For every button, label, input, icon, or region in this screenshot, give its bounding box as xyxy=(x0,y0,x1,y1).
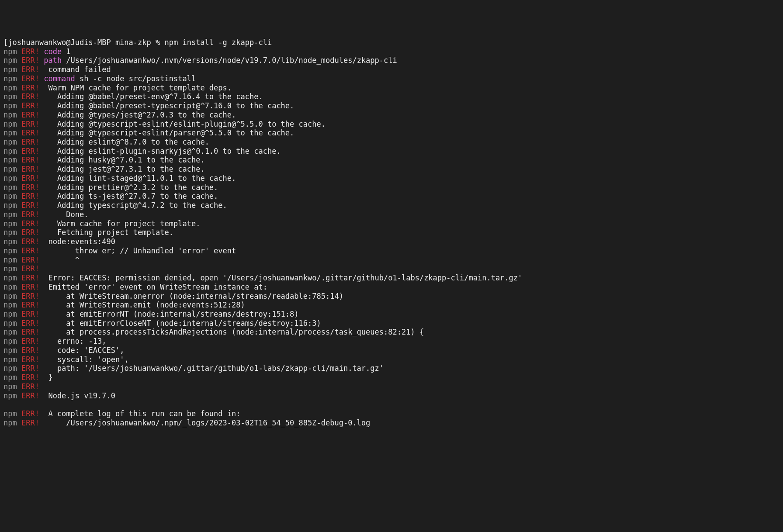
error-text: at emitErrorNT (node:internal/streams/de… xyxy=(44,310,298,318)
output-line: npm ERR! at WriteStream.onerror (node:in… xyxy=(3,292,780,301)
error-value: /Users/joshuanwankwo/.nvm/versions/node/… xyxy=(62,56,397,65)
err-label: ERR! xyxy=(21,256,39,264)
error-key: path xyxy=(44,56,62,65)
output-line: npm ERR! Done. xyxy=(3,210,780,219)
error-text: Adding @typescript-eslint/parser@^5.5.0 … xyxy=(44,128,294,137)
output-line: npm ERR! at WriteStream.emit (node:event… xyxy=(3,301,780,310)
output-line: npm ERR! xyxy=(3,382,780,391)
output-line: npm ERR! command failed xyxy=(3,65,780,74)
error-text: command failed xyxy=(44,65,111,74)
output-line: npm ERR! Adding ts-jest@^27.0.7 to the c… xyxy=(3,192,780,201)
error-text: Adding eslint-plugin-snarkyjs@^0.1.0 to … xyxy=(44,147,281,155)
err-label: ERR! xyxy=(21,74,39,83)
err-label: ERR! xyxy=(21,65,39,74)
npm-label: npm xyxy=(3,264,17,273)
err-label: ERR! xyxy=(21,101,39,110)
output-line: npm ERR! Adding @types/jest@^27.0.3 to t… xyxy=(3,111,780,120)
error-key: command xyxy=(44,74,75,83)
err-label: ERR! xyxy=(21,56,39,65)
err-label: ERR! xyxy=(21,210,39,219)
error-text: Adding @babel/preset-typescript@^7.16.0 … xyxy=(44,101,294,110)
error-text: A complete log of this run can be found … xyxy=(44,409,240,418)
error-text: Adding prettier@^2.3.2 to the cache. xyxy=(44,183,218,192)
err-label: ERR! xyxy=(21,83,39,92)
npm-label: npm xyxy=(3,201,17,210)
err-label: ERR! xyxy=(21,47,39,56)
err-label: ERR! xyxy=(21,147,39,155)
output-line: npm ERR! Adding lint-staged@^11.0.1 to t… xyxy=(3,174,780,183)
error-value: 1 xyxy=(62,47,70,56)
err-label: ERR! xyxy=(21,382,39,391)
output-line: npm ERR! /Users/joshuanwankwo/.npm/_logs… xyxy=(3,418,780,428)
output-line: npm ERR! Warm cache for project template… xyxy=(3,219,780,228)
npm-label: npm xyxy=(3,382,17,391)
err-label: ERR! xyxy=(21,192,39,200)
err-label: ERR! xyxy=(21,319,39,328)
output-line: npm ERR! Adding prettier@^2.3.2 to the c… xyxy=(3,183,780,192)
err-label: ERR! xyxy=(21,219,39,228)
error-key: code xyxy=(44,47,62,56)
npm-label: npm xyxy=(3,409,17,418)
output-line: npm ERR! syscall: 'open', xyxy=(3,355,780,364)
err-label: ERR! xyxy=(21,120,39,128)
error-text: syscall: 'open', xyxy=(44,355,128,364)
output-line: npm ERR! Adding @typescript-eslint/eslin… xyxy=(3,120,780,129)
error-text: Emitted 'error' event on WriteStream ins… xyxy=(44,283,267,291)
output-line: npm ERR! Adding eslint-plugin-snarkyjs@^… xyxy=(3,147,780,156)
output-line: npm ERR! Warm NPM cache for project temp… xyxy=(3,83,780,93)
npm-label: npm xyxy=(3,128,17,137)
terminal-output[interactable]: [joshuanwankwo@Judis-MBP mina-zkp % npm … xyxy=(3,38,780,428)
output-line: npm ERR! A complete log of this run can … xyxy=(3,409,780,418)
error-text: throw er; // Unhandled 'error' event xyxy=(44,246,236,255)
err-label: ERR! xyxy=(21,283,39,291)
output-line: npm ERR! Adding @babel/preset-env@^7.16.… xyxy=(3,92,780,101)
error-text: Adding eslint@^8.7.0 to the cache. xyxy=(44,138,209,146)
err-label: ERR! xyxy=(21,373,39,382)
prompt-bracket: [ xyxy=(3,38,8,47)
output-line: npm ERR! at process.processTicksAndRejec… xyxy=(3,328,780,337)
output-line: npm ERR! xyxy=(3,264,780,273)
err-label: ERR! xyxy=(21,183,39,192)
err-label: ERR! xyxy=(21,155,39,164)
output-line: npm ERR! Adding @babel/preset-typescript… xyxy=(3,101,780,111)
err-label: ERR! xyxy=(21,328,39,336)
npm-label: npm xyxy=(3,74,17,83)
err-label: ERR! xyxy=(21,246,39,255)
error-text: Fetching project template. xyxy=(44,228,173,237)
npm-label: npm xyxy=(3,391,17,400)
error-text: Adding lint-staged@^11.0.1 to the cache. xyxy=(44,174,236,183)
output-line: npm ERR! path /Users/joshuanwankwo/.nvm/… xyxy=(3,56,780,65)
error-text: Error: EACCES: permission denied, open '… xyxy=(44,273,522,282)
err-label: ERR! xyxy=(21,418,39,427)
error-text: Warm cache for project template. xyxy=(44,219,200,228)
npm-label: npm xyxy=(3,192,17,200)
npm-label: npm xyxy=(3,310,17,318)
err-label: ERR! xyxy=(21,301,39,309)
output-line: npm ERR! Adding jest@^27.3.1 to the cach… xyxy=(3,165,780,174)
npm-label: npm xyxy=(3,101,17,110)
npm-label: npm xyxy=(3,120,17,128)
error-value: sh -c node src/postinstall xyxy=(75,74,196,83)
npm-label: npm xyxy=(3,47,17,56)
npm-label: npm xyxy=(3,292,17,301)
err-label: ERR! xyxy=(21,346,39,355)
npm-label: npm xyxy=(3,92,17,101)
error-text: errno: -13, xyxy=(44,337,106,345)
output-line: npm ERR! at emitErrorNT (node:internal/s… xyxy=(3,310,780,319)
error-text: Adding jest@^27.3.1 to the cache. xyxy=(44,165,204,173)
output-line: npm ERR! command sh -c node src/postinst… xyxy=(3,74,780,83)
npm-label: npm xyxy=(3,65,17,74)
npm-label: npm xyxy=(3,301,17,309)
error-text: Adding husky@^7.0.1 to the cache. xyxy=(44,155,204,164)
output-line: npm ERR! } xyxy=(3,373,780,382)
output-line: npm ERR! ^ xyxy=(3,256,780,265)
output-line: npm ERR! path: '/Users/joshuanwankwo/.gi… xyxy=(3,364,780,373)
err-label: ERR! xyxy=(21,273,39,282)
output-line: npm ERR! Adding @typescript-eslint/parse… xyxy=(3,128,780,138)
prompt-line: [joshuanwankwo@Judis-MBP mina-zkp % npm … xyxy=(3,38,780,47)
output-line: npm ERR! throw er; // Unhandled 'error' … xyxy=(3,246,780,256)
npm-label: npm xyxy=(3,256,17,264)
error-text: Adding @babel/preset-env@^7.16.4 to the … xyxy=(44,92,263,101)
err-label: ERR! xyxy=(21,409,39,418)
error-text: Warm NPM cache for project template deps… xyxy=(44,83,232,92)
